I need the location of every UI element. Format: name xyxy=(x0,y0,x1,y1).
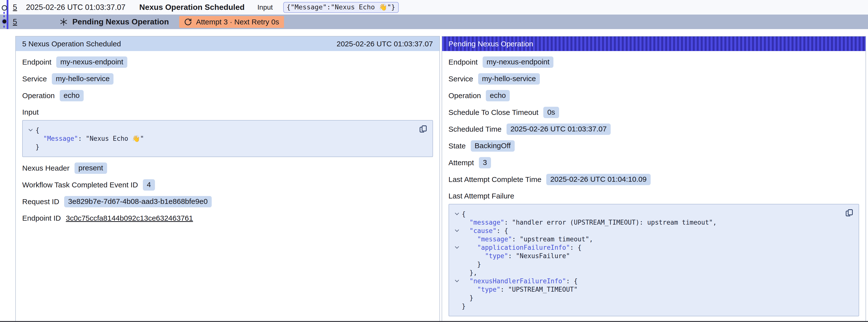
event-timestamp: 2025-02-26 UTC 01:03:37.07 xyxy=(26,3,125,12)
pending-last-attempt-complete-value: 2025-02-26 UTC 01:04:10.09 xyxy=(546,174,650,185)
pending-operation-label: Operation xyxy=(448,92,481,100)
field-operation-label: Operation xyxy=(22,92,55,100)
event-detail-panel: 5 Nexus Operation Scheduled 2025-02-26 U… xyxy=(15,36,440,321)
input-code-block: { "Message": "Nexus Echo 👋"} xyxy=(22,120,433,157)
pending-stc-timeout-label: Schedule To Close Timeout xyxy=(448,108,538,117)
field-request-id-label: Request ID xyxy=(22,197,59,206)
field-request-id: Request ID 3e829b7e-7d67-4b08-aad3-b1e86… xyxy=(22,196,433,207)
code-line-text: "message": "upstream timeout", xyxy=(462,235,593,243)
field-nexus-header-label: Nexus Header xyxy=(22,164,69,172)
collapse-chevron-icon[interactable] xyxy=(452,210,462,218)
code-line-text: "type": "UPSTREAM_TIMEOUT" xyxy=(462,285,578,294)
code-gutter xyxy=(26,134,35,143)
code-line-text: "type": "NexusFailure" xyxy=(462,252,570,260)
field-operation: Operation echo xyxy=(22,90,433,101)
pending-endpoint-value: my-nexus-endpoint xyxy=(483,57,553,68)
field-endpoint-id: Endpoint ID 3c0c75ccfa8144b092c13ce63246… xyxy=(22,213,433,224)
pending-attempt-value: 3 xyxy=(479,157,491,168)
code-gutter xyxy=(452,235,462,243)
field-endpoint: Endpoint my-nexus-endpoint xyxy=(448,57,859,68)
field-state: State BackingOff xyxy=(448,140,859,152)
field-wft-completed-label: Workflow Task Completed Event ID xyxy=(22,181,138,189)
field-workflow-task-completed-event-id: Workflow Task Completed Event ID 4 xyxy=(22,179,433,191)
code-gutter xyxy=(452,218,462,227)
code-line-text: } xyxy=(462,294,473,302)
code-line-text: } xyxy=(462,260,481,268)
timeline-connector-dashed xyxy=(3,8,5,29)
code-line-text: }, xyxy=(462,268,477,277)
code-gutter xyxy=(452,252,462,260)
copy-button[interactable] xyxy=(418,124,428,134)
code-line-text: "cause": { xyxy=(462,227,508,235)
field-endpoint-value: my-nexus-endpoint xyxy=(56,57,127,68)
field-schedule-to-close-timeout: Schedule To Close Timeout 0s xyxy=(448,107,859,118)
field-endpoint: Endpoint my-nexus-endpoint xyxy=(22,57,433,68)
event-detail-header-timestamp: 2025-02-26 UTC 01:03:37.07 xyxy=(337,40,433,48)
collapse-chevron-icon[interactable] xyxy=(452,277,462,285)
pending-asterisk-icon xyxy=(59,18,68,26)
field-service-value: my-hello-service xyxy=(52,73,114,85)
detail-panels: 5 Nexus Operation Scheduled 2025-02-26 U… xyxy=(15,36,866,321)
pending-stc-timeout-value: 0s xyxy=(543,107,559,118)
pending-scheduled-time-label: Scheduled Time xyxy=(448,125,502,133)
event-row-nexus-operation-scheduled[interactable]: 5 2025-02-26 UTC 01:03:37.07 Nexus Opera… xyxy=(0,0,868,14)
field-operation: Operation echo xyxy=(448,90,859,101)
event-input-chip[interactable]: {"Message":"Nexus Echo 👋"} xyxy=(283,2,399,13)
code-line-text: } xyxy=(35,143,39,151)
pending-last-attempt-complete-label: Last Attempt Complete Time xyxy=(448,175,541,184)
code-line-text: } xyxy=(462,302,466,311)
retry-icon xyxy=(184,18,192,26)
code-gutter xyxy=(452,268,462,277)
field-service: Service my-hello-service xyxy=(448,73,859,85)
code-gutter xyxy=(452,302,462,311)
field-wft-completed-value: 4 xyxy=(143,179,155,191)
field-nexus-header-value: present xyxy=(74,162,107,174)
copy-button[interactable] xyxy=(844,208,854,218)
field-nexus-header: Nexus Header present xyxy=(22,162,433,174)
collapse-chevron-icon[interactable] xyxy=(452,227,462,235)
pending-service-value: my-hello-service xyxy=(478,73,540,85)
field-service: Service my-hello-service xyxy=(22,73,433,85)
pending-endpoint-label: Endpoint xyxy=(448,58,478,66)
code-gutter xyxy=(452,294,462,302)
code-line-text: "applicationFailureInfo": { xyxy=(462,243,582,252)
pending-operation-panel: Pending Nexus Operation Endpoint my-nexu… xyxy=(442,36,866,321)
event-title: Nexus Operation Scheduled xyxy=(140,3,245,12)
code-line-text: "nexusHandlerFailureInfo": { xyxy=(462,277,578,285)
event-id-link[interactable]: 5 xyxy=(13,3,17,12)
failure-code-block: { "message": "handler error (UPSTREAM_TI… xyxy=(448,204,859,316)
pending-operation-header-title: Pending Nexus Operation xyxy=(448,40,533,48)
field-attempt: Attempt 3 xyxy=(448,157,859,168)
event-detail-header-title: 5 Nexus Operation Scheduled xyxy=(22,40,121,48)
endpoint-id-link[interactable]: 3c0c75ccfa8144b092c13ce632463761 xyxy=(66,214,193,222)
event-input-label: Input xyxy=(257,3,273,11)
code-gutter xyxy=(452,260,462,268)
field-request-id-value: 3e829b7e-7d67-4b08-aad3-b1e868bfe9e0 xyxy=(64,196,212,207)
code-line-text: "Message": "Nexus Echo 👋" xyxy=(35,134,144,143)
event-detail-header: 5 Nexus Operation Scheduled 2025-02-26 U… xyxy=(16,36,439,51)
collapse-chevron-icon[interactable] xyxy=(452,243,462,252)
pending-state-label: State xyxy=(448,142,466,150)
pending-scheduled-time-value: 2025-02-26 UTC 01:03:37.07 xyxy=(506,124,611,135)
pending-service-label: Service xyxy=(448,75,473,83)
input-section-label: Input xyxy=(22,108,433,117)
field-operation-value: echo xyxy=(60,90,84,101)
pending-state-value: BackingOff xyxy=(471,140,515,152)
timeline-node-selected xyxy=(2,19,7,24)
code-line-text: { xyxy=(462,210,466,218)
pending-attempt-label: Attempt xyxy=(448,159,474,167)
pending-operation-header: Pending Nexus Operation xyxy=(442,36,866,51)
code-gutter xyxy=(26,143,35,151)
last-attempt-failure-label: Last Attempt Failure xyxy=(448,192,859,200)
bottom-divider xyxy=(0,321,868,322)
collapse-chevron-icon[interactable] xyxy=(26,126,35,134)
field-endpoint-label: Endpoint xyxy=(22,58,51,66)
field-scheduled-time: Scheduled Time 2025-02-26 UTC 01:03:37.0… xyxy=(448,124,859,135)
pending-id-link[interactable]: 5 xyxy=(13,18,17,26)
pending-operation-row[interactable]: 5 Pending Nexus Operation Attempt 3 · Ne… xyxy=(0,14,868,29)
pending-operation-value: echo xyxy=(486,90,510,101)
field-service-label: Service xyxy=(22,75,47,83)
field-last-attempt-complete-time: Last Attempt Complete Time 2025-02-26 UT… xyxy=(448,174,859,185)
attempt-badge-text: Attempt 3 · Next Retry 0s xyxy=(196,18,279,26)
timeline-active-bar xyxy=(7,0,8,29)
